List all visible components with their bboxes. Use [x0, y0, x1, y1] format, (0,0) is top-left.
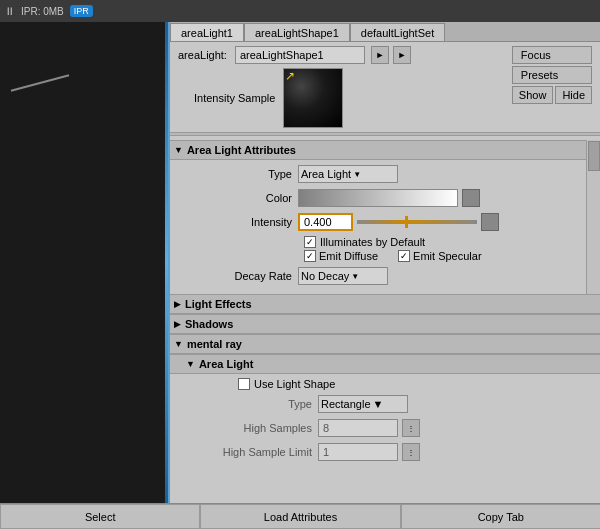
- color-swatch[interactable]: [298, 189, 458, 207]
- preview-line: [11, 74, 69, 91]
- preview-panel: [0, 22, 170, 503]
- intensity-slider[interactable]: [357, 220, 477, 224]
- high-samples-label: High Samples: [178, 422, 318, 434]
- scrollbar-thumb[interactable]: [588, 141, 600, 171]
- area-light-sub-header[interactable]: ▼ Area Light: [170, 354, 600, 374]
- high-sample-limit-btn[interactable]: ⋮: [402, 443, 420, 461]
- illuminates-row: Illuminates by Default: [304, 236, 580, 248]
- color-picker-btn[interactable]: [462, 189, 480, 207]
- main-layout: areaLight1 areaLightShape1 defaultLightS…: [0, 22, 600, 503]
- illuminates-checkbox[interactable]: [304, 236, 316, 248]
- shadows-title: Shadows: [185, 318, 233, 330]
- emit-diffuse-checkbox[interactable]: [304, 250, 316, 262]
- emit-diffuse-item: Emit Diffuse: [304, 250, 378, 262]
- dropdown-arrow-icon: ▼: [353, 170, 361, 179]
- arealight-input[interactable]: [235, 46, 365, 64]
- area-light-attrs-section: ▼ Area Light Attributes Type Area Light …: [170, 140, 600, 294]
- shadows-header[interactable]: ▶ Shadows: [170, 314, 600, 334]
- intensity-value-container: [298, 213, 580, 231]
- presets-button[interactable]: Presets: [512, 66, 592, 84]
- content-area: areaLight: ► ► Intensity Sample ↗: [170, 42, 600, 503]
- show-hide-row: Show Hide: [512, 86, 592, 104]
- area-light-attrs-header[interactable]: ▼ Area Light Attributes: [170, 140, 600, 160]
- sub-type-dropdown[interactable]: Rectangle ▼: [318, 395, 408, 413]
- header-buttons: Focus Presets Show Hide: [512, 46, 592, 104]
- color-label: Color: [178, 192, 298, 204]
- high-samples-value: ⋮: [318, 419, 592, 437]
- arealight-label: areaLight:: [178, 49, 227, 61]
- mental-ray-title: mental ray: [187, 338, 242, 350]
- area-light-sub-title: Area Light: [199, 358, 253, 370]
- emit-diffuse-label: Emit Diffuse: [319, 250, 378, 262]
- mental-ray-arrow-icon: ▼: [174, 339, 183, 349]
- intensity-label: Intensity: [178, 216, 298, 228]
- decay-value-container: No Decay ▼: [298, 267, 580, 285]
- high-sample-limit-input[interactable]: [318, 443, 398, 461]
- sub-type-label: Type: [178, 398, 318, 410]
- bottom-bar: Select Load Attributes Copy Tab: [0, 503, 600, 529]
- ipr-label: IPR: 0MB: [21, 6, 64, 17]
- high-sample-limit-label: High Sample Limit: [178, 446, 318, 458]
- light-effects-title: Light Effects: [185, 298, 252, 310]
- sub-type-value: Rectangle ▼: [318, 395, 592, 413]
- intensity-row: Intensity: [178, 212, 580, 232]
- scrollbar[interactable]: [586, 140, 600, 294]
- type-value-container: Area Light ▼: [298, 165, 580, 183]
- intensity-input[interactable]: [298, 213, 353, 231]
- illuminates-label: Illuminates by Default: [320, 236, 425, 248]
- divider: [170, 132, 600, 136]
- high-samples-btn[interactable]: ⋮: [402, 419, 420, 437]
- decay-row: Decay Rate No Decay ▼: [178, 266, 580, 286]
- high-sample-limit-value: ⋮: [318, 443, 592, 461]
- decay-dropdown-arrow-icon: ▼: [351, 272, 359, 281]
- emit-specular-checkbox[interactable]: [398, 250, 410, 262]
- type-row: Type Area Light ▼: [178, 164, 580, 184]
- decay-dropdown[interactable]: No Decay ▼: [298, 267, 388, 285]
- emit-specular-label: Emit Specular: [413, 250, 481, 262]
- light-effects-header[interactable]: ▶ Light Effects: [170, 294, 600, 314]
- use-light-shape-label: Use Light Shape: [254, 378, 335, 390]
- tab-arealight1[interactable]: areaLight1: [170, 23, 244, 41]
- intensity-sample-row: Intensity Sample ↗: [194, 68, 411, 128]
- type-label: Type: [178, 168, 298, 180]
- header-section: areaLight: ► ► Intensity Sample ↗: [170, 42, 600, 128]
- right-panel: areaLight1 areaLightShape1 defaultLightS…: [170, 22, 600, 503]
- area-light-sub-arrow-icon: ▼: [186, 359, 195, 369]
- sub-type-row: Type Rectangle ▼: [178, 394, 592, 414]
- focus-button[interactable]: Focus: [512, 46, 592, 64]
- emit-specular-item: Emit Specular: [398, 250, 481, 262]
- use-light-shape-checkbox[interactable]: [238, 378, 250, 390]
- attrs-arrow-icon: ▼: [174, 145, 183, 155]
- sample-arrow-icon: ↗: [285, 70, 295, 82]
- show-button[interactable]: Show: [512, 86, 554, 104]
- use-light-shape-row: Use Light Shape: [238, 378, 592, 390]
- hide-button[interactable]: Hide: [555, 86, 592, 104]
- type-dropdown[interactable]: Area Light ▼: [298, 165, 398, 183]
- color-row: Color: [178, 188, 580, 208]
- light-effects-arrow-icon: ▶: [174, 299, 181, 309]
- tab-defaultlightset[interactable]: defaultLightSet: [350, 23, 445, 41]
- intensity-sample-preview: ↗: [283, 68, 343, 128]
- intensity-color-btn[interactable]: [481, 213, 499, 231]
- tabs-row: areaLight1 areaLightShape1 defaultLightS…: [170, 22, 600, 42]
- shadows-arrow-icon: ▶: [174, 319, 181, 329]
- accent-line: [165, 22, 168, 503]
- link-btn-2[interactable]: ►: [393, 46, 411, 64]
- arealight-row: areaLight: ► ►: [178, 46, 411, 64]
- pause-icon[interactable]: ⏸: [4, 5, 15, 17]
- emit-row: Emit Diffuse Emit Specular: [304, 250, 580, 262]
- area-light-sub-content: Use Light Shape Type Rectangle ▼ High Sa…: [170, 374, 600, 470]
- decay-label: Decay Rate: [178, 270, 298, 282]
- high-samples-input[interactable]: [318, 419, 398, 437]
- color-value-container: [298, 189, 580, 207]
- attrs-section-title: Area Light Attributes: [187, 144, 296, 156]
- sub-dropdown-arrow-icon: ▼: [373, 398, 384, 410]
- link-btn-1[interactable]: ►: [371, 46, 389, 64]
- select-button[interactable]: Select: [0, 504, 200, 529]
- high-samples-row: High Samples ⋮: [178, 418, 592, 438]
- copy-tab-button[interactable]: Copy Tab: [401, 504, 600, 529]
- load-attrs-button[interactable]: Load Attributes: [200, 504, 400, 529]
- intensity-sample-label: Intensity Sample: [194, 92, 275, 104]
- mental-ray-header[interactable]: ▼ mental ray: [170, 334, 600, 354]
- tab-arealightshape1[interactable]: areaLightShape1: [244, 23, 350, 41]
